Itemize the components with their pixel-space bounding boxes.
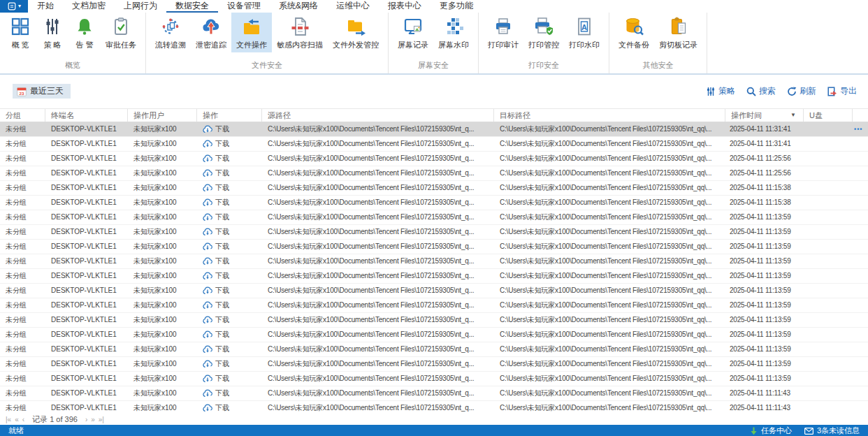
row-actions-menu[interactable] xyxy=(853,313,868,327)
menu-tab-ops-center[interactable]: 运维中心 xyxy=(327,0,379,13)
table-row[interactable]: 未分组 DESKTOP-VLKTLE1 未知玩家x100 下载 C:\Users… xyxy=(0,152,868,166)
cell-group: 未分组 xyxy=(0,152,45,166)
menu-tab-device-management[interactable]: 设备管理 xyxy=(218,0,270,13)
table-row[interactable]: 未分组 DESKTOP-VLKTLE1 未知玩家x100 下载 C:\Users… xyxy=(0,313,868,328)
row-actions-menu[interactable] xyxy=(853,152,868,166)
ribbon-button-clipboard-record[interactable]: 剪切板记录 xyxy=(654,13,702,52)
ribbon-button-sensitive-content-scan[interactable]: 敏感内容扫描 xyxy=(272,13,328,52)
menu-tab-start[interactable]: 开始 xyxy=(28,0,63,13)
ribbon-button-file-operations[interactable]: 文件操作 xyxy=(231,13,272,52)
column-header-source-path[interactable]: 源路径 xyxy=(262,109,494,122)
cell-group: 未分组 xyxy=(0,137,45,151)
app-menu-button[interactable]: ▾ xyxy=(0,0,28,13)
table-row[interactable]: 未分组 DESKTOP-VLKTLE1 未知玩家x100 下载 C:\Users… xyxy=(0,284,868,298)
export-button[interactable]: 导出 xyxy=(827,85,857,97)
row-actions-menu[interactable] xyxy=(853,284,868,298)
ribbon-button-print-audit[interactable]: 打印审计 xyxy=(483,13,523,52)
rewind-page-button[interactable]: « xyxy=(15,416,19,423)
ribbon-button-label: 策 略 xyxy=(43,40,61,50)
table-row[interactable]: 未分组 DESKTOP-VLKTLE1 未知玩家x100 下载 C:\Users… xyxy=(0,166,868,181)
table-row[interactable]: 未分组 DESKTOP-VLKTLE1 未知玩家x100 下载 C:\Users… xyxy=(0,386,868,401)
ribbon-button-policy[interactable]: 策 略 xyxy=(36,13,68,52)
cell-time: 2025-04-11 11:13:59 xyxy=(725,269,804,283)
cell-group: 未分组 xyxy=(0,284,45,298)
refresh-button[interactable]: 刷新 xyxy=(787,85,816,97)
table-row[interactable]: 未分组 DESKTOP-VLKTLE1 未知玩家x100 下载 C:\Users… xyxy=(0,210,868,225)
row-actions-menu[interactable] xyxy=(853,401,868,414)
menu-tab-more-features[interactable]: 更多功能 xyxy=(431,0,482,13)
row-actions-menu[interactable] xyxy=(853,137,868,151)
row-actions-menu[interactable] xyxy=(853,254,868,268)
column-header-time[interactable]: 操作时间 ▼ xyxy=(725,109,804,122)
ribbon-button-print-watermark[interactable]: A 打印水印 xyxy=(564,13,605,52)
table-row[interactable]: 未分组 DESKTOP-VLKTLE1 未知玩家x100 下载 C:\Users… xyxy=(0,137,868,152)
column-header-target-path[interactable]: 目标路径 xyxy=(494,109,725,122)
table-row[interactable]: 未分组 DESKTOP-VLKTLE1 未知玩家x100 下载 C:\Users… xyxy=(0,269,868,284)
row-actions-menu[interactable]: ••• xyxy=(853,122,868,136)
row-actions-menu[interactable] xyxy=(853,328,868,342)
menu-tab-doc-encryption[interactable]: 文档加密 xyxy=(63,0,115,13)
row-actions-menu[interactable] xyxy=(853,240,868,254)
table-row[interactable]: 未分组 DESKTOP-VLKTLE1 未知玩家x100 下载 C:\Users… xyxy=(0,401,868,414)
table-row[interactable]: 未分组 DESKTOP-VLKTLE1 未知玩家x100 下载 C:\Users… xyxy=(0,254,868,269)
cell-group: 未分组 xyxy=(0,181,45,195)
next-page-button[interactable]: › xyxy=(85,416,87,423)
table-row[interactable]: 未分组 DESKTOP-VLKTLE1 未知玩家x100 下载 C:\Users… xyxy=(0,196,868,210)
policy-button-label: 策略 xyxy=(718,85,735,97)
column-header-group[interactable]: 分组 xyxy=(0,109,45,122)
table-row[interactable]: 未分组 DESKTOP-VLKTLE1 未知玩家x100 下载 C:\Users… xyxy=(0,328,868,342)
task-center-button[interactable]: 任务中心 xyxy=(750,426,792,436)
ribbon-button-leak-tracking[interactable]: 泄密追踪 xyxy=(191,13,231,52)
cell-usb xyxy=(804,386,853,400)
row-actions-menu[interactable] xyxy=(853,210,868,224)
table-row[interactable]: 未分组 DESKTOP-VLKTLE1 未知玩家x100 下载 C:\Users… xyxy=(0,122,868,137)
ribbon-button-screen-watermark[interactable]: 屏幕水印 xyxy=(433,13,474,52)
ribbon-button-file-backup[interactable]: 文件备份 xyxy=(614,13,654,52)
ribbon-button-label: 告 警 xyxy=(75,40,93,50)
overview-grid-icon xyxy=(10,16,31,37)
ribbon-button-file-outgoing-control[interactable]: 文件外发管控 xyxy=(328,13,384,52)
column-header-operation[interactable]: 操作 xyxy=(197,109,262,122)
column-header-terminal[interactable]: 终端名 xyxy=(45,109,128,122)
table-row[interactable]: 未分组 DESKTOP-VLKTLE1 未知玩家x100 下载 C:\Users… xyxy=(0,372,868,386)
ribbon-button-screen-record[interactable]: 屏幕记录 xyxy=(393,13,433,52)
ribbon-button-overview[interactable]: 概 览 xyxy=(4,13,36,52)
table-row[interactable]: 未分组 DESKTOP-VLKTLE1 未知玩家x100 下载 C:\Users… xyxy=(0,357,868,372)
time-filter-caret-icon[interactable]: ▼ xyxy=(790,109,796,122)
table-row[interactable]: 未分组 DESKTOP-VLKTLE1 未知玩家x100 下载 C:\Users… xyxy=(0,240,868,254)
table-row[interactable]: 未分组 DESKTOP-VLKTLE1 未知玩家x100 下载 C:\Users… xyxy=(0,225,868,240)
ribbon-button-alerts[interactable]: 告 警 xyxy=(68,13,101,52)
policy-button[interactable]: 策略 xyxy=(706,85,735,97)
row-actions-menu[interactable] xyxy=(853,181,868,195)
cell-time: 2025-04-11 11:31:41 xyxy=(725,137,804,151)
row-actions-menu[interactable] xyxy=(853,196,868,210)
row-actions-menu[interactable] xyxy=(853,166,868,180)
column-header-usb[interactable]: U盘 xyxy=(804,109,853,122)
row-actions-menu[interactable] xyxy=(853,225,868,239)
table-row[interactable]: 未分组 DESKTOP-VLKTLE1 未知玩家x100 下载 C:\Users… xyxy=(0,181,868,196)
cell-operation-label: 下载 xyxy=(215,372,229,386)
search-button[interactable]: 搜索 xyxy=(746,85,776,97)
row-actions-menu[interactable] xyxy=(853,342,868,356)
row-actions-menu[interactable] xyxy=(853,372,868,386)
row-actions-menu[interactable] xyxy=(853,298,868,312)
menu-tab-web-behavior[interactable]: 上网行为 xyxy=(115,0,166,13)
ribbon-button-print-control[interactable]: 打印管控 xyxy=(523,13,564,52)
first-page-button[interactable]: |« xyxy=(6,416,11,423)
menu-tab-data-security[interactable]: 数据安全 xyxy=(166,0,218,13)
table-row[interactable]: 未分组 DESKTOP-VLKTLE1 未知玩家x100 下载 C:\Users… xyxy=(0,298,868,313)
ribbon-button-trace-flow[interactable]: 流转追溯 xyxy=(150,13,191,52)
column-header-user[interactable]: 操作用户 xyxy=(128,109,197,122)
date-range-filter-button[interactable]: 23 最近三天 xyxy=(13,84,71,99)
menu-tab-report-center[interactable]: 报表中心 xyxy=(379,0,431,13)
previous-page-button[interactable]: ‹ xyxy=(22,416,24,423)
unread-messages-button[interactable]: 3条未读信息 xyxy=(804,426,860,436)
ribbon-button-approval-tasks[interactable]: 审批任务 xyxy=(101,13,141,52)
row-actions-menu[interactable] xyxy=(853,269,868,283)
row-actions-menu[interactable] xyxy=(853,386,868,400)
row-actions-menu[interactable] xyxy=(853,357,868,371)
menu-tab-system-network[interactable]: 系统&网络 xyxy=(270,0,327,13)
table-row[interactable]: 未分组 DESKTOP-VLKTLE1 未知玩家x100 下载 C:\Users… xyxy=(0,342,868,357)
forward-page-button[interactable]: » xyxy=(91,416,95,423)
last-page-button[interactable]: »| xyxy=(99,416,104,423)
